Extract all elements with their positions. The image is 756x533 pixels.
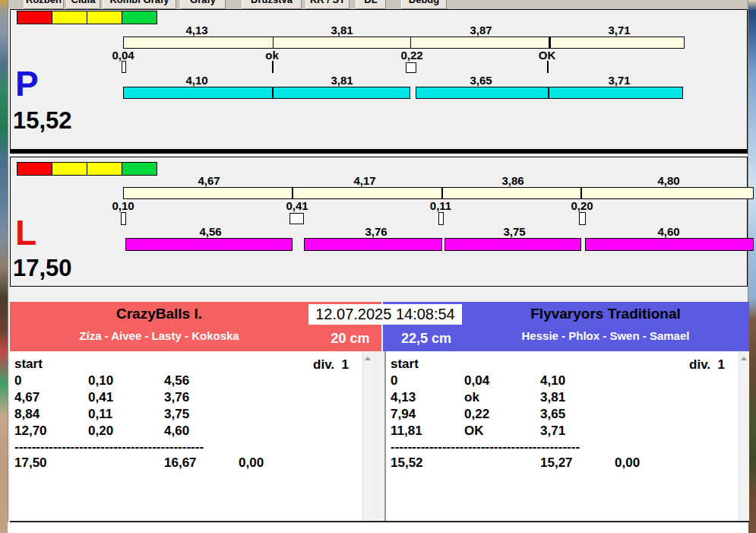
- offset-marker: [122, 61, 126, 73]
- table-separator: ----------------------------------------…: [14, 439, 242, 455]
- total-p: 15,52: [13, 109, 72, 132]
- offset-label: 0,04: [96, 49, 150, 62]
- bar-divider: [410, 37, 411, 48]
- segment-value: 4,13: [163, 24, 231, 36]
- offset-marker: [438, 212, 444, 225]
- distance-right: 22,5 cm: [387, 329, 466, 347]
- ruler-bar: [123, 187, 754, 199]
- ruler-bar: [123, 36, 685, 49]
- table-row: 12,700,204,60: [14, 423, 373, 439]
- tab-cidla[interactable]: Cidla: [66, 0, 100, 9]
- tab-debug[interactable]: Debug: [401, 0, 447, 9]
- distance-left: 20 cm: [318, 329, 382, 347]
- desktop-background-right: [748, 0, 756, 533]
- offset-label: ok: [245, 49, 299, 62]
- side-letter-p: P: [15, 66, 39, 101]
- segment-value: 4,80: [634, 174, 703, 187]
- measure-bar-p: [416, 87, 683, 99]
- measure-bar-l: [585, 238, 754, 251]
- team-players-right: Hessie - Phlox - Swen - Samael: [462, 329, 749, 342]
- status-segment-yellow: [87, 162, 122, 176]
- scrollbar[interactable]: [362, 351, 373, 521]
- tab-grafy[interactable]: Grafy: [180, 0, 226, 9]
- segment-value: 3,71: [585, 74, 653, 87]
- segment-value: 3,81: [308, 74, 376, 87]
- offset-marker: [547, 61, 549, 73]
- totals-row: 17,5016,670,00: [14, 455, 373, 471]
- status-segment-red: [17, 162, 52, 176]
- segment-value: 4,67: [175, 174, 243, 187]
- tab-rozbeh[interactable]: Rozbeh: [24, 0, 64, 9]
- tab-kr-st[interactable]: KR / ST: [305, 0, 350, 9]
- offset-label: 0,10: [96, 199, 150, 212]
- table-row: 4,13ok3,81: [391, 389, 749, 406]
- segment-value: 3,86: [479, 174, 547, 187]
- bar-divider: [580, 188, 582, 198]
- status-segment-green: [122, 11, 157, 24]
- offset-label: 0,11: [414, 199, 467, 212]
- panel-p: 4,13 3,81 3,87 3,71 0,04 ok 0,22 OK 4,10…: [10, 9, 748, 150]
- status-segment-yellow: [87, 11, 122, 24]
- tab-dl[interactable]: DL: [356, 0, 386, 9]
- table-row: 4,670,413,76: [14, 389, 373, 406]
- segment-value: 3,65: [447, 74, 515, 87]
- team-name-right: Flyvaryors Traditional: [462, 306, 749, 322]
- panel-separator: [10, 150, 748, 154]
- segment-value: 4,60: [634, 225, 703, 238]
- offset-marker: [579, 212, 586, 225]
- window-bottom-border: [10, 521, 749, 522]
- bar-divider: [549, 37, 551, 48]
- results-table-left[interactable]: div. 1 start 00,104,56 4,670,413,76 8,84…: [10, 351, 373, 521]
- table-row: 7,940,223,65: [391, 406, 749, 423]
- segment-value: 3,76: [342, 225, 410, 238]
- app-window: Rozbeh Cidla Kombi Grafy Grafy Druzstva …: [8, 0, 748, 522]
- offset-marker: [289, 213, 304, 224]
- status-segment-red: [17, 11, 52, 24]
- timestamp: 12.07.2025 14:08:54: [308, 304, 462, 325]
- tab-druzstva[interactable]: Druzstva: [242, 0, 302, 9]
- offset-marker: [121, 212, 126, 225]
- offset-marker: [406, 62, 416, 73]
- scroll-up-icon[interactable]: [741, 357, 747, 360]
- bar-divider: [273, 37, 274, 48]
- offset-marker: [272, 61, 274, 73]
- tab-kombi-grafy[interactable]: Kombi Grafy: [103, 0, 176, 9]
- measure-bar-l: [125, 238, 293, 251]
- team-name-left: CrazyBalls I.: [10, 306, 308, 322]
- screen: Rozbeh Cidla Kombi Grafy Grafy Druzstva …: [0, 0, 756, 533]
- table-row: 11,81OK3,71: [391, 423, 749, 439]
- table-separator: ----------------------------------------…: [391, 439, 618, 455]
- side-letter-l: L: [15, 215, 36, 250]
- segment-value: 3,87: [447, 24, 515, 36]
- results-table-right[interactable]: div. 1 start 00,044,10 4,13ok3,81 7,940,…: [384, 351, 749, 521]
- segment-value: 4,56: [176, 225, 245, 238]
- menu-tab-bar: Rozbeh Cidla Kombi Grafy Grafy Druzstva …: [8, 0, 748, 9]
- desktop-background-left: [0, 0, 8, 533]
- offset-label: 0,22: [385, 49, 438, 62]
- division-label: div. 1: [313, 357, 349, 373]
- table-row: 00,044,10: [391, 373, 749, 389]
- measure-bar-p: [123, 87, 410, 99]
- table-row: 8,840,113,75: [14, 406, 373, 423]
- status-strip: [17, 11, 157, 24]
- segment-value: 3,81: [308, 24, 376, 36]
- segment-value: 3,75: [480, 225, 549, 238]
- offset-label: OK: [520, 49, 574, 62]
- status-segment-yellow: [52, 11, 87, 24]
- offset-label: 0,41: [270, 199, 324, 212]
- bar-divider: [292, 188, 293, 198]
- bar-divider: [441, 188, 443, 198]
- status-segment-yellow: [52, 162, 87, 176]
- scrollbar[interactable]: [739, 351, 749, 521]
- segment-value: 4,10: [163, 74, 231, 87]
- measure-bar-l: [444, 238, 581, 251]
- status-segment-green: [122, 162, 157, 176]
- offset-label: 0,20: [555, 199, 609, 212]
- segment-value: 4,17: [331, 174, 399, 187]
- team-players-left: Zíza - Aivee - Lasty - Kokoska: [10, 329, 308, 342]
- totals-row: 15,5215,270,00: [391, 455, 749, 471]
- measure-bar-l: [304, 238, 442, 251]
- division-label: div. 1: [689, 357, 725, 373]
- total-l: 17,50: [13, 256, 72, 280]
- scroll-up-icon[interactable]: [365, 357, 371, 360]
